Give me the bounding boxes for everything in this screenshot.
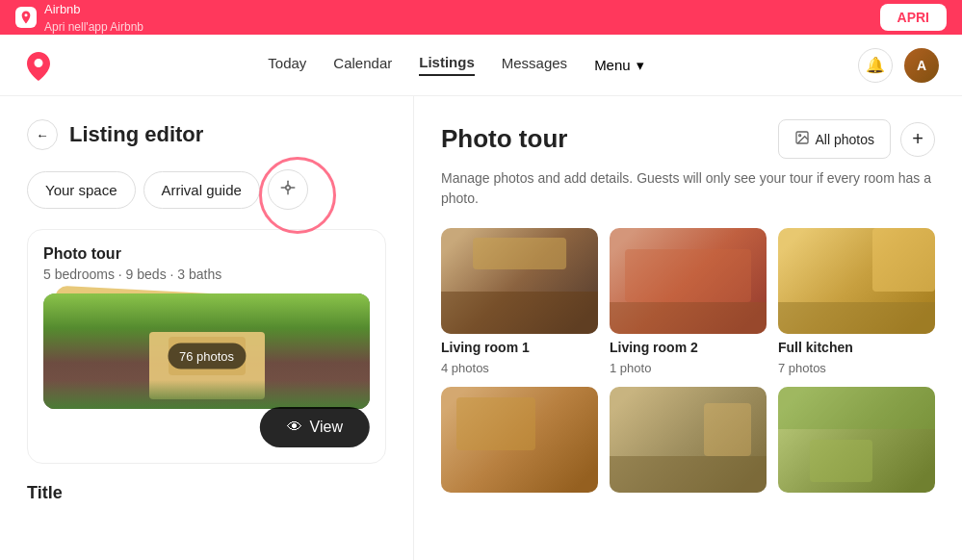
banner-left: Airbnb Apri nell'app Airbnb <box>15 0 143 35</box>
room-count-2: 1 photo <box>610 361 767 375</box>
room-thumbnail-4[interactable] <box>441 387 598 493</box>
top-banner: Airbnb Apri nell'app Airbnb APRI <box>0 0 962 35</box>
room-count-3: 7 photos <box>778 361 935 375</box>
nav-links: Today Calendar Listings Messages Menu ▾ <box>268 54 643 76</box>
tabs-row: Your space Arrival guide <box>27 169 386 210</box>
room-thumbnail-3[interactable] <box>778 228 935 334</box>
photo-item-3: Full kitchen 7 photos <box>778 228 935 375</box>
photo-stack: 76 photos <box>43 293 370 419</box>
apri-button[interactable]: APRI <box>880 4 947 31</box>
svg-point-6 <box>798 135 800 137</box>
photo-item-1: Living room 1 4 photos <box>441 228 598 375</box>
add-button[interactable]: + <box>900 122 935 157</box>
photo-item-2: Living room 2 1 photo <box>610 228 767 375</box>
room-thumbnail-5[interactable] <box>610 387 767 493</box>
filter-icon <box>279 179 297 200</box>
nav-messages[interactable]: Messages <box>502 55 567 75</box>
back-arrow-icon: ← <box>36 128 48 142</box>
photo-count-badge: 76 photos <box>168 344 246 369</box>
nav-right: 🔔 A <box>858 48 939 83</box>
left-header: ← Listing editor <box>27 119 386 150</box>
view-listing-button[interactable]: 👁 View <box>260 407 370 447</box>
photo-tour-title: Photo tour <box>441 124 567 154</box>
room-thumbnail-2[interactable] <box>610 228 767 334</box>
photo-item-4 <box>441 387 598 504</box>
listing-card-title: Photo tour <box>43 245 370 263</box>
page-title: Listing editor <box>69 122 203 147</box>
photo-item-6 <box>778 387 935 504</box>
room-name-1: Living room 1 <box>441 340 598 355</box>
tab-arrival-guide[interactable]: Arrival guide <box>143 171 260 209</box>
right-panel: Photo tour All photos + Manage photos an… <box>414 96 962 560</box>
filter-button[interactable] <box>268 169 308 210</box>
all-photos-button[interactable]: All photos <box>778 119 891 159</box>
nav-calendar[interactable]: Calendar <box>333 55 392 75</box>
bell-icon: 🔔 <box>866 56 885 74</box>
nav-today[interactable]: Today <box>268 55 306 75</box>
room-name-2: Living room 2 <box>610 340 767 355</box>
right-header: Photo tour All photos + <box>441 119 935 159</box>
right-header-actions: All photos + <box>778 119 935 159</box>
back-button[interactable]: ← <box>27 119 58 150</box>
listing-card: Photo tour 5 bedrooms · 9 beds · 3 baths… <box>27 229 386 464</box>
left-panel: ← Listing editor Your space Arrival guid… <box>0 96 414 560</box>
photo-grid: Living room 1 4 photos Living room 2 1 p… <box>441 228 935 504</box>
notification-bell-button[interactable]: 🔔 <box>858 48 893 83</box>
filter-highlight-circle <box>259 157 336 234</box>
user-avatar[interactable]: A <box>904 48 939 83</box>
eye-icon: 👁 <box>287 419 302 436</box>
room-thumbnail-1[interactable] <box>441 228 598 334</box>
nav-listings[interactable]: Listings <box>419 54 475 76</box>
listing-card-meta: 5 bedrooms · 9 beds · 3 baths <box>43 267 370 282</box>
tab-your-space[interactable]: Your space <box>27 171 136 209</box>
nav-logo[interactable] <box>23 50 54 81</box>
main-nav: Today Calendar Listings Messages Menu ▾ … <box>0 35 962 96</box>
image-icon <box>794 130 810 148</box>
photo-tour-description: Manage photos and add details. Guests wi… <box>441 168 935 209</box>
main-layout: ← Listing editor Your space Arrival guid… <box>0 96 962 560</box>
photo-item-5 <box>610 387 767 504</box>
room-name-3: Full kitchen <box>778 340 935 355</box>
banner-app-name: Airbnb Apri nell'app Airbnb <box>44 0 143 35</box>
room-thumbnail-6[interactable] <box>778 387 935 493</box>
airbnb-logo-small <box>15 7 37 28</box>
room-count-1: 4 photos <box>441 361 598 375</box>
chevron-down-icon: ▾ <box>637 57 644 74</box>
title-section: Title <box>27 483 386 503</box>
nav-menu[interactable]: Menu ▾ <box>594 57 644 74</box>
